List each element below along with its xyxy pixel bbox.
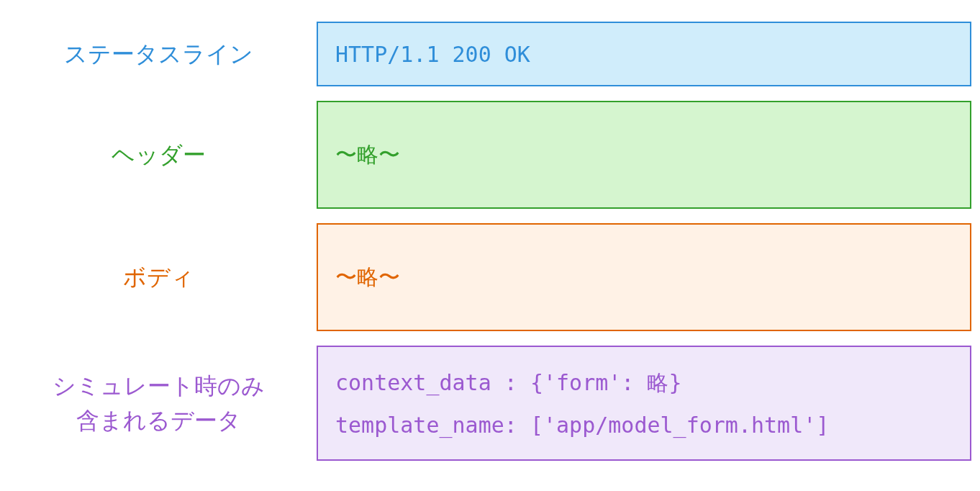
status-line-content: HTTP/1.1 200 OK xyxy=(335,42,953,67)
status-line-box: HTTP/1.1 200 OK xyxy=(317,22,971,86)
header-label-text: ヘッダー xyxy=(112,138,206,172)
header-content: 〜略〜 xyxy=(335,140,953,170)
status-line-label: ステータスライン xyxy=(22,22,295,86)
body-box: 〜略〜 xyxy=(317,223,971,331)
http-response-diagram: ステータスライン HTTP/1.1 200 OK ヘッダー 〜略〜 ボディ 〜略… xyxy=(22,22,958,461)
simulation-data-line1: context_data : {'form': 略} xyxy=(335,369,953,398)
simulation-data-label: シミュレート時のみ 含まれるデータ xyxy=(22,346,295,461)
status-line-label-text: ステータスライン xyxy=(64,37,253,71)
body-content: 〜略〜 xyxy=(335,263,953,292)
simulation-data-box: context_data : {'form': 略} template_name… xyxy=(317,346,971,461)
simulation-data-line2: template_name: ['app/model_form.html'] xyxy=(335,413,953,438)
simulation-data-label-line2: 含まれるデータ xyxy=(76,403,241,438)
header-box: 〜略〜 xyxy=(317,101,971,209)
simulation-data-label-line1: シミュレート時のみ xyxy=(53,369,265,403)
body-label: ボディ xyxy=(22,223,295,331)
header-label: ヘッダー xyxy=(22,101,295,209)
body-label-text: ボディ xyxy=(123,260,194,294)
